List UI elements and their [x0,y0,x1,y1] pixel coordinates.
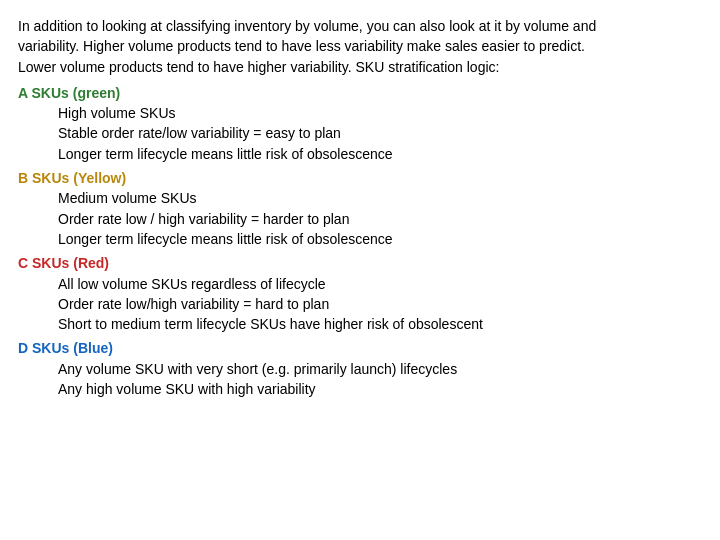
section-c-item-0: All low volume SKUs regardless of lifecy… [58,274,702,294]
main-content: In addition to looking at classifying in… [18,16,702,399]
section-b: B SKUs (Yellow)Medium volume SKUsOrder r… [18,168,702,249]
section-a-items: High volume SKUsStable order rate/low va… [18,103,702,164]
section-a-header: A SKUs (green) [18,85,120,101]
section-b-item-0: Medium volume SKUs [58,188,702,208]
section-a-item-1: Stable order rate/low variability = easy… [58,123,702,143]
section-c-item-2: Short to medium term lifecycle SKUs have… [58,314,702,334]
section-b-item-1: Order rate low / high variability = hard… [58,209,702,229]
section-a-item-2: Longer term lifecycle means little risk … [58,144,702,164]
section-d: D SKUs (Blue)Any volume SKU with very sh… [18,338,702,399]
intro-paragraph: In addition to looking at classifying in… [18,16,702,77]
section-b-item-2: Longer term lifecycle means little risk … [58,229,702,249]
intro-line1: In addition to looking at classifying in… [18,18,596,34]
section-d-items: Any volume SKU with very short (e.g. pri… [18,359,702,400]
section-d-item-1: Any high volume SKU with high variabilit… [58,379,702,399]
section-c-items: All low volume SKUs regardless of lifecy… [18,274,702,335]
section-d-header: D SKUs (Blue) [18,340,113,356]
section-a-item-0: High volume SKUs [58,103,702,123]
intro-line3: Lower volume products tend to have highe… [18,59,499,75]
section-b-header: B SKUs (Yellow) [18,170,126,186]
section-c-header: C SKUs (Red) [18,255,109,271]
section-c-item-1: Order rate low/high variability = hard t… [58,294,702,314]
section-b-items: Medium volume SKUsOrder rate low / high … [18,188,702,249]
sections-container: A SKUs (green)High volume SKUsStable ord… [18,83,702,399]
section-a: A SKUs (green)High volume SKUsStable ord… [18,83,702,164]
section-d-item-0: Any volume SKU with very short (e.g. pri… [58,359,702,379]
intro-line2: variability. Higher volume products tend… [18,38,585,54]
section-c: C SKUs (Red)All low volume SKUs regardle… [18,253,702,334]
